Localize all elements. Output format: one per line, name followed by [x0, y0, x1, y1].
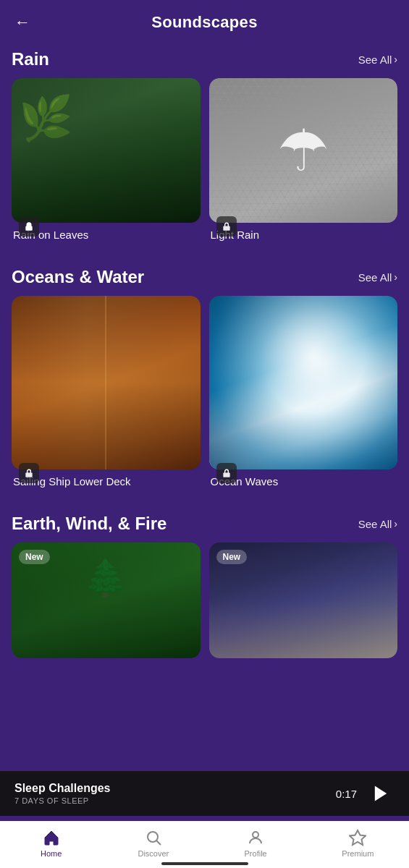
- earth1-card[interactable]: 🌲 New: [12, 542, 201, 658]
- earth-section: Earth, Wind, & Fire See All › 🌲 New New: [0, 506, 409, 667]
- light-rain-label: Light Rain: [209, 223, 398, 244]
- light-rain-image: ☂: [209, 78, 398, 223]
- discover-nav-label: Discover: [138, 849, 169, 858]
- rain-section: Rain See All › Rain on Leaves ☂ Light Ra…: [0, 42, 409, 252]
- media-bar-info: Sleep Challenges 7 DAYS OF SLEEP: [14, 782, 111, 805]
- nav-premium[interactable]: Premium: [307, 828, 409, 858]
- bottom-nav: Home Discover Profile Premium: [0, 821, 409, 868]
- earth-see-all-chevron: ›: [394, 518, 397, 529]
- sailing-ship-label: Sailing Ship Lower Deck: [12, 469, 201, 490]
- lock-icon: [24, 468, 34, 478]
- media-bar-title: Sleep Challenges: [14, 782, 111, 795]
- sailing-ship-lock: [19, 463, 39, 483]
- rain-see-all[interactable]: See All ›: [358, 54, 397, 66]
- earth1-new-badge: New: [19, 550, 50, 564]
- ocean-waves-card[interactable]: Ocean Waves: [209, 296, 398, 490]
- home-nav-label: Home: [41, 849, 62, 858]
- earth-see-all[interactable]: See All ›: [358, 518, 397, 530]
- earth-section-header: Earth, Wind, & Fire See All ›: [12, 514, 397, 534]
- media-bar: Sleep Challenges 7 DAYS OF SLEEP 0:17: [0, 771, 409, 816]
- svg-rect-1: [25, 472, 32, 477]
- rain-on-leaves-lock: [19, 216, 39, 237]
- play-icon: [371, 783, 391, 804]
- profile-nav-label: Profile: [245, 849, 267, 858]
- svg-line-5: [156, 841, 161, 846]
- svg-rect-2: [223, 472, 229, 477]
- oceans-section-header: Oceans & Water See All ›: [12, 267, 397, 287]
- lock-icon: [24, 221, 34, 231]
- ocean-waves-label: Ocean Waves: [209, 469, 398, 490]
- earth-cards-grid: 🌲 New New: [12, 542, 397, 658]
- svg-marker-7: [350, 830, 366, 845]
- oceans-see-all[interactable]: See All ›: [358, 271, 397, 284]
- svg-marker-3: [375, 786, 387, 801]
- media-bar-controls: 0:17: [336, 780, 395, 807]
- sailing-ship-image: [12, 296, 201, 469]
- discover-icon: [144, 828, 163, 847]
- home-indicator: [161, 862, 248, 865]
- rain-on-leaves-card[interactable]: Rain on Leaves: [12, 78, 201, 244]
- media-timer: 0:17: [336, 788, 357, 800]
- nav-profile[interactable]: Profile: [205, 828, 307, 858]
- earth2-new-badge: New: [216, 550, 248, 564]
- lock-icon: [222, 221, 232, 231]
- light-rain-lock: [216, 216, 237, 237]
- rain-see-all-chevron: ›: [394, 54, 397, 65]
- premium-icon: [348, 828, 367, 847]
- svg-point-4: [148, 832, 158, 842]
- svg-point-6: [253, 832, 258, 838]
- ocean-waves-lock: [216, 463, 237, 483]
- play-button[interactable]: [367, 780, 395, 807]
- rain-section-title: Rain: [12, 49, 49, 69]
- earth2-card[interactable]: New: [209, 542, 398, 658]
- header: ← Soundscapes: [0, 0, 409, 42]
- media-bar-subtitle: 7 DAYS OF SLEEP: [14, 796, 111, 805]
- sailing-ship-card[interactable]: Sailing Ship Lower Deck: [12, 296, 201, 490]
- profile-icon: [246, 828, 265, 847]
- page-title: Soundscapes: [151, 13, 257, 32]
- svg-rect-0: [223, 226, 229, 230]
- oceans-see-all-chevron: ›: [394, 271, 397, 283]
- earth-section-title: Earth, Wind, & Fire: [12, 514, 166, 534]
- back-button[interactable]: ←: [14, 13, 30, 32]
- premium-nav-label: Premium: [342, 849, 374, 858]
- oceans-section: Oceans & Water See All › Sailing Ship Lo…: [0, 260, 409, 499]
- nav-discover[interactable]: Discover: [102, 828, 204, 858]
- rain-on-leaves-image: [12, 78, 201, 223]
- home-icon: [42, 828, 61, 847]
- rain-on-leaves-label: Rain on Leaves: [12, 223, 201, 244]
- light-rain-card[interactable]: ☂ Light Rain: [209, 78, 398, 244]
- nav-home[interactable]: Home: [0, 828, 102, 858]
- rain-cards-grid: Rain on Leaves ☂ Light Rain: [12, 78, 397, 244]
- rain-section-header: Rain See All ›: [12, 49, 397, 69]
- oceans-section-title: Oceans & Water: [12, 267, 144, 287]
- ocean-waves-image: [209, 296, 398, 469]
- lock-icon: [222, 468, 232, 478]
- oceans-cards-grid: Sailing Ship Lower Deck Ocean Waves: [12, 296, 397, 490]
